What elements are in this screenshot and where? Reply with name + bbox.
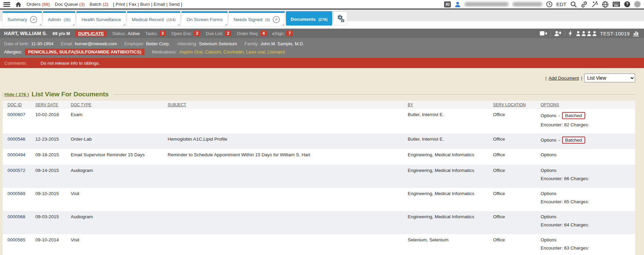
options-link[interactable]: Options xyxy=(541,168,557,173)
options-link[interactable]: Options xyxy=(541,237,557,242)
options-link[interactable]: Options xyxy=(541,152,557,157)
tasks-badge[interactable]: 3 xyxy=(159,31,166,36)
add-document-link[interactable]: Add Document xyxy=(548,76,579,81)
col-options[interactable]: OPTIONS xyxy=(541,102,635,107)
print-fax-burn-email-send-actions[interactable]: [ Print | Fax | Burn | Email | Send ] xyxy=(113,2,182,7)
by-cell: Engineering, Medical Informatics xyxy=(408,211,493,234)
tasks-counter: Tasks: 3 xyxy=(145,31,166,36)
col-serv-date[interactable]: SERV DATE xyxy=(35,102,71,107)
medication-link[interactable]: Lisinopril xyxy=(267,49,285,54)
menu-item-orders[interactable]: Orders (68) xyxy=(27,2,50,7)
tab-label: Summary xyxy=(7,17,27,22)
documents-table: DOC ID SERV DATE DOC TYPE SUBJECT BY SER… xyxy=(3,101,635,255)
encounter-charges-line[interactable]: Encounter: 63 Charges: xyxy=(541,245,635,251)
order-req-label: Order Req: xyxy=(237,31,258,36)
medication-link[interactable]: Coumadin xyxy=(223,49,243,54)
tab-count: (154) xyxy=(167,18,176,22)
care-team-icons[interactable] xyxy=(576,31,597,36)
doc-id-cell[interactable]: 0000546 xyxy=(3,133,35,149)
tab-label: Documents xyxy=(291,17,316,22)
subject-cell xyxy=(168,211,408,234)
video-camera-icon[interactable] xyxy=(540,31,547,36)
lightning-icon[interactable] xyxy=(569,30,573,36)
timezone-label[interactable]: EDT xyxy=(556,1,566,7)
by-cell: Selenium, Selenium xyxy=(408,234,493,255)
doc-id-cell[interactable]: 0000572 xyxy=(3,165,35,188)
family-value: John M. Sample, M.D. xyxy=(260,41,304,46)
options-link[interactable]: Options xyxy=(541,214,557,219)
options-separator: - xyxy=(559,113,560,118)
add-person-icon[interactable] xyxy=(554,31,561,36)
subject-cell: Hemoglobin A1C,Lipid Profile xyxy=(168,133,408,149)
tab-medical-record[interactable]: Medical Record (154) xyxy=(127,11,181,26)
options-link[interactable]: Options xyxy=(541,113,557,118)
globe-icon[interactable] xyxy=(602,1,609,8)
subject-cell xyxy=(168,165,408,188)
order-req-badge[interactable]: 4 xyxy=(260,31,267,36)
encounter-charges-line[interactable]: Encounter: 64 Charges: xyxy=(541,222,635,227)
encounter-charges-line[interactable]: Encounter: 65 Charges: xyxy=(541,199,635,204)
redacted-avatar[interactable] xyxy=(634,1,641,7)
batched-badge[interactable]: Batched xyxy=(562,137,585,144)
doc-id-cell[interactable]: 0000568 xyxy=(3,211,35,234)
open-enc-badge[interactable]: 2 xyxy=(194,31,200,36)
employer-field: Employer: Better Corp. xyxy=(124,41,170,46)
tab-documents[interactable]: Documents (276) xyxy=(286,11,332,26)
menu-item-batch[interactable]: Batch (2) xyxy=(90,2,108,7)
duplicate-flag[interactable]: DUPLICATE xyxy=(75,30,107,37)
tab-needs-signed[interactable]: Needs Signed (9) xyxy=(229,11,285,26)
user-icon[interactable] xyxy=(455,1,461,7)
serv-location-cell: Office xyxy=(493,165,541,188)
doc-id-cell[interactable]: 0000569 xyxy=(3,188,35,211)
tab-on-screen-forms[interactable]: On Screen Forms xyxy=(182,11,227,26)
encounter-charges-line[interactable]: Encounter: 82 Charges: xyxy=(541,122,635,127)
link-icon[interactable] xyxy=(581,1,588,8)
help-icon[interactable]: ? xyxy=(624,1,630,7)
col-doc-id[interactable]: DOC ID xyxy=(3,102,35,107)
menu-item-doc-queue[interactable]: Doc Queue (3) xyxy=(55,2,85,7)
col-by[interactable]: BY xyxy=(408,102,493,107)
medication-link[interactable]: Lasix oral xyxy=(246,49,265,54)
col-serv-location[interactable]: SERV LOCATION xyxy=(493,102,541,107)
bar-chart-icon[interactable] xyxy=(633,30,640,36)
tab-admin[interactable]: Admin (36) xyxy=(43,11,75,26)
by-cell: Engineering, Medical Informatics xyxy=(408,149,493,165)
allergy-badge[interactable]: PENICILLINS, SULFA(SULFONAMIDE ANTIBIOTI… xyxy=(25,49,144,55)
medication-link[interactable]: Aspirin Oral xyxy=(180,49,203,54)
doc-type-cell: Audiogram xyxy=(71,165,168,188)
doc-id-cell[interactable]: 0000494 xyxy=(3,149,35,165)
email-value[interactable]: horner@mieweb.com xyxy=(75,41,117,46)
doc-queue-count: (3) xyxy=(79,2,85,7)
separator: | xyxy=(581,76,582,81)
tab-settings-button[interactable] xyxy=(334,12,347,25)
hide-link[interactable]: Hide ( 276 ) xyxy=(3,92,29,97)
popout-arrow-icon[interactable] xyxy=(273,16,280,23)
status-value: Active xyxy=(128,31,139,36)
divider xyxy=(550,31,551,36)
doc-id-cell[interactable]: 0000565 xyxy=(3,234,35,255)
ai-badge[interactable]: AI xyxy=(444,1,451,7)
by-cell: Engineering, Medical Informatics xyxy=(408,165,493,188)
search-icon[interactable] xyxy=(570,1,577,8)
col-subject[interactable]: SUBJECT xyxy=(168,102,408,107)
patient-name[interactable]: HART, WILLIAM S. xyxy=(4,31,47,36)
col-doc-type[interactable]: DOC TYPE xyxy=(71,102,168,107)
options-link[interactable]: Options xyxy=(541,138,557,143)
tab-summary[interactable]: Summary xyxy=(3,11,42,26)
tab-health-surveillance[interactable]: Health Surveillance xyxy=(77,11,125,26)
hamburger-menu-icon[interactable] xyxy=(3,2,10,7)
medication-link[interactable]: Calcium xyxy=(205,49,221,54)
esign-badge[interactable]: 7 xyxy=(286,31,293,36)
batched-badge[interactable]: Batched xyxy=(562,112,585,119)
options-link[interactable]: Options xyxy=(541,191,557,196)
keyboard-icon[interactable] xyxy=(612,1,620,7)
popout-arrow-icon[interactable] xyxy=(30,16,37,23)
view-select[interactable]: List View xyxy=(584,74,635,82)
doc-id-cell[interactable]: 0000607 xyxy=(3,109,35,133)
wand-icon[interactable] xyxy=(591,1,598,8)
encounter-charges-line[interactable]: Encounter: 66 Charges: xyxy=(541,176,635,181)
due-list-badge[interactable]: 2 xyxy=(225,31,231,36)
clock-icon[interactable] xyxy=(546,1,553,7)
home-icon[interactable] xyxy=(15,1,22,7)
due-list-counter: Due List: 2 xyxy=(206,31,231,36)
